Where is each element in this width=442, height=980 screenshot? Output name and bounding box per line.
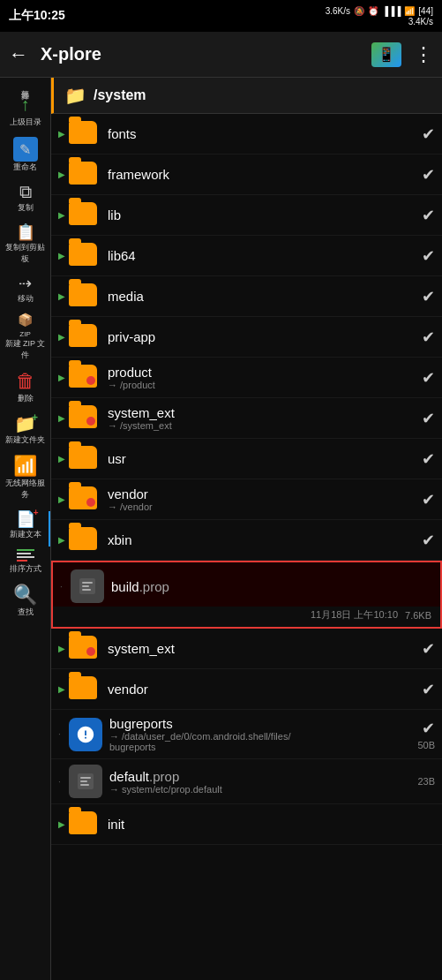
signal-icon: ▐▐▐ <box>382 6 401 16</box>
expand-arrow: · <box>60 582 69 592</box>
svg-rect-5 <box>80 777 91 779</box>
list-item[interactable]: ▶ framework ✔ <box>51 155 442 195</box>
expand-arrow: ▶ <box>58 210 67 220</box>
overflow-menu-button[interactable]: ⋮ <box>414 43 433 66</box>
up-icon: ↑ <box>21 94 30 115</box>
sidebar-item-copy[interactable]: ⧉ 复制 <box>0 177 50 218</box>
list-item[interactable]: ▶ xbin ✔ <box>51 520 442 561</box>
file-list: ▶ fonts ✔ ▶ framework ✔ <box>51 114 442 845</box>
sidebar-item-move[interactable]: ⇢ 移动 <box>0 269 50 309</box>
file-name: product <box>108 365 418 380</box>
file-info: build.prop <box>111 579 433 594</box>
list-item[interactable]: ▶ usr ✔ <box>51 439 442 479</box>
file-name: vendor <box>108 486 418 501</box>
list-item[interactable]: ▶ media ✔ <box>51 276 442 317</box>
list-item[interactable]: ▶ fonts ✔ <box>51 114 442 155</box>
list-item[interactable]: ▶ system_ext → /system_ext ✔ <box>51 398 442 439</box>
folder-icon <box>69 365 101 391</box>
sidebar-label-copy: 复制 <box>18 202 34 214</box>
move-icon: ⇢ <box>19 274 32 293</box>
sidebar-item-search[interactable]: 🔍 查找 <box>0 579 50 622</box>
check-icon: ✔ <box>422 206 435 225</box>
sidebar-label-wifi: 无线网络服务 <box>2 478 49 501</box>
check-icon: ✔ <box>422 531 435 550</box>
alarm-icon: ⏰ <box>368 6 378 16</box>
sidebar-item-newfolder[interactable]: 📁+ 新建文件夹 <box>0 409 50 450</box>
file-info: framework <box>108 167 418 182</box>
file-symlink: → /system_ext <box>108 420 418 431</box>
folder-icon <box>69 636 101 662</box>
status-icons: 3.6K/s 🔕 ⏰ ▐▐▐ 📶 [44] 3.4K/s <box>326 6 433 26</box>
file-size: 7.6KB <box>405 610 431 621</box>
file-info: xbin <box>108 532 418 547</box>
sidebar-item-sort[interactable]: 排序方式 <box>0 545 50 579</box>
sidebar-item-delete[interactable]: 🗑 删除 <box>0 366 50 409</box>
status-bar: 上午10:25 3.6K/s 🔕 ⏰ ▐▐▐ 📶 [44] 3.4K/s <box>0 0 442 32</box>
file-name: fonts <box>108 126 418 141</box>
list-item[interactable]: ▶ product → /product ✔ <box>51 358 442 398</box>
list-item[interactable]: · bugreports → /data/user_de/0/com.andro… <box>51 710 442 759</box>
sidebar-item-clipboard[interactable]: 📋 复制到剪贴板 <box>0 218 50 269</box>
file-date: 11月18日 上午10:10 <box>311 608 398 622</box>
path-header: 📁 /system <box>51 78 442 114</box>
back-button[interactable]: ← <box>9 43 28 66</box>
sidebar-item-zip[interactable]: 📦ZIP 新建 ZIP 文件 <box>0 309 50 366</box>
sidebar-label-move: 移动 <box>18 293 34 305</box>
file-size: 50B <box>417 740 435 750</box>
file-info: lib64 <box>108 248 418 263</box>
sidebar-item-up[interactable]: ↑ 上级目录 <box>0 90 50 132</box>
sidebar-label-search: 查找 <box>18 607 34 618</box>
svg-rect-6 <box>80 780 87 782</box>
file-browser-content: 📁 /system ▶ fonts ✔ ▶ <box>51 78 442 980</box>
file-name: init <box>108 817 435 832</box>
expand-arrow: ▶ <box>58 684 67 694</box>
sidebar-item-newtext[interactable]: 📄+ 新建文本 <box>0 505 50 545</box>
list-item[interactable]: ▶ system_ext ✔ <box>51 629 442 669</box>
sidebar-item-rename[interactable]: ✎ 重命名 <box>0 132 50 177</box>
new-folder-icon: 📁+ <box>14 413 36 434</box>
expand-arrow: ▶ <box>58 644 67 653</box>
check-icon: ✔ <box>422 368 435 388</box>
folder-icon <box>69 283 101 310</box>
folder-icon <box>69 243 101 269</box>
mute-icon: 🔕 <box>354 6 364 16</box>
folder-icon <box>69 121 101 147</box>
list-item[interactable]: ▶ vendor ✔ <box>51 669 442 710</box>
sidebar-label-delete: 删除 <box>18 393 34 404</box>
folder-icon <box>69 162 101 188</box>
file-info: bugreports → /data/user_de/0/com.android… <box>109 716 417 752</box>
new-text-icon: 📄+ <box>16 509 35 529</box>
sidebar-label-newtext: 新建文本 <box>10 529 41 540</box>
main-layout: 部分选择 ↑ 上级目录 ✎ 重命名 ⧉ 复制 📋 复制到剪贴板 ⇢ 移动 📦ZI… <box>0 78 442 980</box>
file-name: lib64 <box>108 248 418 263</box>
folder-icon <box>69 324 101 351</box>
network-speed-down: 3.4K/s <box>408 17 433 26</box>
file-extension: .prop <box>139 579 169 594</box>
list-item[interactable]: ▶ lib ✔ <box>51 195 442 236</box>
expand-arrow: ▶ <box>58 535 67 545</box>
list-item-build-prop[interactable]: · build.prop 11月18日 上午10:10 <box>51 561 442 629</box>
svg-rect-3 <box>82 589 91 591</box>
list-item[interactable]: ▶ lib64 ✔ <box>51 236 442 276</box>
sidebar-item-wifi[interactable]: 📶 无线网络服务 <box>0 450 50 505</box>
expand-arrow: ▶ <box>58 819 67 829</box>
list-item[interactable]: ▶ vendor → /vendor ✔ <box>51 479 442 520</box>
check-icon: ✔ <box>422 490 435 509</box>
list-item[interactable]: ▶ priv-app ✔ <box>51 317 442 358</box>
expand-arrow: ▶ <box>58 251 67 260</box>
current-path: /system <box>94 87 146 103</box>
list-item[interactable]: · default.prop → system/etc/prop.default… <box>51 759 442 804</box>
file-size: 23B <box>417 776 435 787</box>
file-name: build.prop <box>111 579 433 594</box>
network-speed-up: 3.6K/s <box>326 6 350 16</box>
file-info: system_ext <box>108 641 418 656</box>
search-icon: 🔍 <box>13 584 37 607</box>
list-item[interactable]: ▶ init <box>51 804 442 845</box>
app-switcher-icon[interactable]: 📱 <box>371 42 401 67</box>
file-name: system_ext <box>108 405 418 420</box>
expand-arrow: · <box>58 777 67 787</box>
file-name: priv-app <box>108 329 418 344</box>
check-icon: ✔ <box>422 328 435 347</box>
sidebar-label-zip: 新建 ZIP 文件 <box>2 338 49 361</box>
file-info: lib <box>108 207 418 222</box>
